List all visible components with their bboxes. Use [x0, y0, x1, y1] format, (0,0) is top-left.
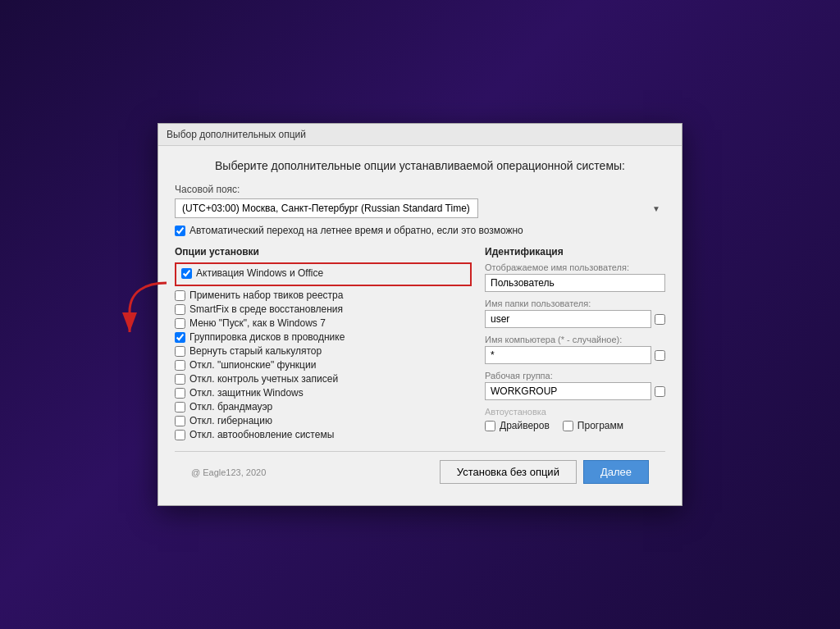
cb-oldcalc-label: Вернуть старый калькулятор: [189, 345, 322, 357]
folder-name-input[interactable]: [485, 310, 651, 328]
computer-name-checkbox[interactable]: [655, 350, 665, 361]
cb-smartfix-label: SmartFix в среде восстановления: [189, 303, 343, 315]
folder-name-checkbox[interactable]: [655, 314, 665, 325]
cb-defender-label: Откл. защитник Windows: [189, 387, 304, 399]
cb-activation[interactable]: [181, 268, 192, 279]
display-name-input[interactable]: [485, 274, 665, 292]
cb-tweaks[interactable]: [175, 290, 185, 301]
drivers-label: Драйверов: [500, 420, 550, 431]
computer-name-label: Имя компьютера (* - случайное):: [485, 335, 665, 344]
cb-defender[interactable]: [175, 388, 185, 399]
red-arrow: [121, 279, 171, 344]
workgroup-input[interactable]: [485, 382, 651, 400]
autoinstall-label: Автоустановка: [485, 407, 665, 417]
left-section-title: Опции установки: [175, 246, 472, 258]
cb-firewall[interactable]: [175, 402, 185, 412]
cb-startmenu-label: Меню "Пуск", как в Windows 7: [189, 317, 326, 329]
right-section-title: Идентификация: [485, 246, 665, 258]
cb-firewall-label: Откл. брандмауэр: [189, 401, 272, 412]
cb-uac-label: Откл. контроль учетных записей: [189, 373, 338, 385]
workgroup-label: Рабочая группа:: [485, 371, 665, 381]
computer-name-input[interactable]: [485, 346, 651, 364]
copyright: @ Eagle123, 2020: [191, 467, 266, 477]
options-box: Активация Windows и Office: [175, 262, 472, 286]
cb-diskgroup[interactable]: [175, 332, 185, 343]
cb-oldcalc[interactable]: [175, 346, 185, 357]
timezone-dropdown[interactable]: (UTC+03:00) Москва, Санкт-Петербург (Rus…: [175, 198, 478, 218]
cb-autoupdate[interactable]: [175, 430, 185, 440]
cb-spy[interactable]: [175, 360, 185, 371]
cb-diskgroup-label: Группировка дисков в проводнике: [189, 331, 345, 343]
programs-label: Программ: [578, 420, 623, 431]
cb-smartfix[interactable]: [175, 304, 185, 315]
cb-spy-label: Откл. "шпионские" функции: [189, 359, 316, 371]
cb-hibernate-label: Откл. гибернацию: [189, 415, 272, 426]
no-options-button[interactable]: Установка без опций: [440, 460, 577, 484]
timezone-label: Часовой пояс:: [175, 184, 665, 195]
folder-name-label: Имя папки пользователя:: [485, 299, 665, 308]
cb-startmenu[interactable]: [175, 318, 185, 329]
cb-hibernate[interactable]: [175, 416, 185, 426]
main-dialog: Выбор дополнительных опций Выберите допо…: [158, 123, 682, 506]
display-name-label: Отображаемое имя пользователя:: [485, 262, 665, 272]
dst-checkbox[interactable]: [175, 226, 185, 236]
cb-activation-label: Активация Windows и Office: [196, 267, 323, 279]
programs-checkbox[interactable]: [563, 421, 573, 431]
workgroup-checkbox[interactable]: [655, 386, 665, 397]
drivers-checkbox[interactable]: [485, 421, 495, 431]
cb-autoupdate-label: Откл. автообновление системы: [189, 429, 334, 440]
dst-label: Автоматический переход на летнее время и…: [189, 225, 523, 236]
dialog-titlebar: Выбор дополнительных опций: [158, 124, 682, 146]
cb-uac[interactable]: [175, 374, 185, 385]
cb-tweaks-label: Применить набор твиков реестра: [189, 289, 343, 301]
main-title: Выберите дополнительные опции устанавлив…: [175, 159, 665, 172]
dialog-title: Выбор дополнительных опций: [167, 129, 306, 140]
next-button[interactable]: Далее: [583, 460, 649, 484]
